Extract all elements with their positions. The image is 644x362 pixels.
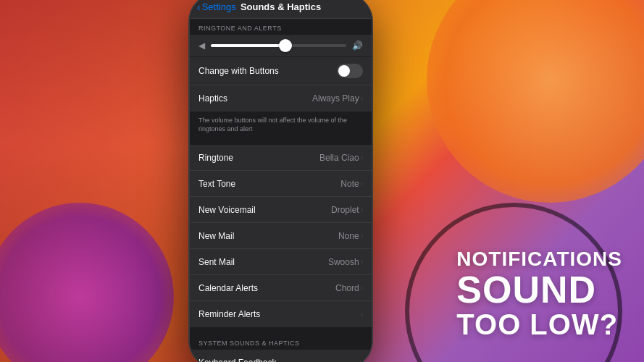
ringtone-section-label: RINGTONE AND ALERTS [190,19,372,35]
reminder-alerts-label: Reminder Alerts [198,309,260,319]
nav-bar: ‹ Settings Sounds & Haptics [190,0,372,19]
overlay-line3: TOO LOW? [456,308,622,340]
ringtone-chevron-icon: › [361,153,363,161]
sent-mail-label: Sent Mail [198,257,235,267]
haptics-value: Always Play › [312,93,363,104]
calendar-alerts-value: Chord › [335,283,363,293]
sent-mail-value: Swoosh › [328,257,363,267]
volume-high-icon: 🔊 [352,41,363,51]
separator-1 [190,139,372,145]
calendar-alerts-label: Calendar Alerts [198,283,258,293]
text-tone-label: Text Tone [198,179,235,189]
text-tone-row[interactable]: Text Tone Note › [190,171,372,197]
new-voicemail-chevron-icon: › [361,206,363,214]
text-tone-value: Note › [340,179,363,189]
phone-mockup: ‹ Settings Sounds & Haptics RINGTONE AND… [188,0,373,362]
change-with-buttons-group: Change with Buttons Haptics Always Play … [190,57,372,111]
reminder-alerts-chevron-icon: › [361,311,363,319]
keyboard-feedback-label: Keyboard Feedback [198,358,276,362]
system-sounds-label: SYSTEM SOUNDS & HAPTICS [190,334,372,350]
reminder-alerts-value: › [361,311,363,319]
separator-2 [190,328,372,334]
sound-rows-group: Ringtone Bella Ciao › Text Tone Note › N… [190,145,372,327]
slider-thumb[interactable] [279,39,292,52]
keyboard-feedback-chevron-icon: › [359,357,363,362]
ringtone-label: Ringtone [198,153,233,163]
new-voicemail-label: New Voicemail [198,205,256,215]
volume-slider[interactable] [211,44,346,47]
ringtone-row[interactable]: Ringtone Bella Ciao › [190,145,372,171]
calendar-alerts-chevron-icon: › [361,284,363,292]
haptics-label: Haptics [198,93,227,104]
system-rows-group: Keyboard Feedback › Lock Sound › System … [190,350,372,362]
nav-back-button[interactable]: ‹ Settings [197,1,236,13]
change-with-buttons-label: Change with Buttons [198,66,279,76]
slider-fill [211,44,285,47]
change-with-buttons-toggle[interactable] [337,64,363,78]
overlay-line2: SOUND [456,271,622,308]
change-with-buttons-row[interactable]: Change with Buttons [190,57,372,85]
calendar-alerts-row[interactable]: Calendar Alerts Chord › [190,275,372,301]
keyboard-feedback-row[interactable]: Keyboard Feedback › [190,350,372,362]
sent-mail-row[interactable]: Sent Mail Swoosh › [190,249,372,275]
text-tone-chevron-icon: › [361,180,363,188]
toggle-thumb [338,65,350,77]
nav-back-label[interactable]: Settings [202,1,236,12]
volume-row[interactable]: ◀ 🔊 [190,35,372,56]
new-voicemail-value: Droplet › [331,205,363,215]
overlay-line1: NOTIFICATIONS [456,248,622,271]
haptics-row[interactable]: Haptics Always Play › [190,85,372,111]
volume-low-icon: ◀ [198,41,205,51]
new-mail-chevron-icon: › [361,232,363,240]
haptics-chevron-icon: › [361,95,363,103]
new-mail-row[interactable]: New Mail None › [190,223,372,249]
ringtone-value: Bella Ciao › [319,153,363,163]
phone-screen: ‹ Settings Sounds & Haptics RINGTONE AND… [190,0,372,362]
volume-description: The volume buttons will not affect the v… [190,112,372,139]
new-mail-label: New Mail [198,231,234,241]
reminder-alerts-row[interactable]: Reminder Alerts › [190,301,372,327]
overlay-text: NOTIFICATIONS SOUND TOO LOW? [456,248,622,340]
new-voicemail-row[interactable]: New Voicemail Droplet › [190,197,372,223]
nav-title: Sounds & Haptics [241,1,321,12]
back-chevron-icon: ‹ [197,1,201,13]
new-mail-value: None › [338,231,363,241]
sent-mail-chevron-icon: › [361,258,363,266]
